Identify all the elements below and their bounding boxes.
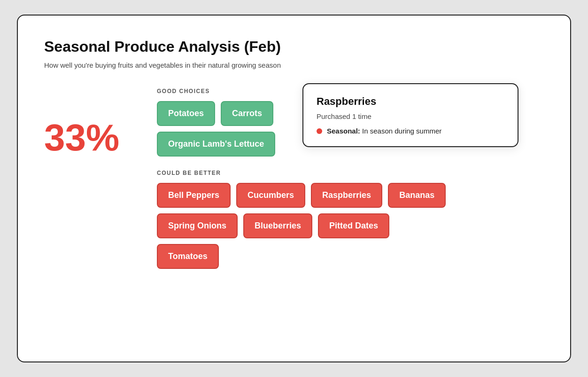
chip-bell-peppers[interactable]: Bell Peppers xyxy=(157,183,231,208)
could-be-better-label: COULD BE BETTER xyxy=(157,170,544,176)
tooltip-title: Raspberries xyxy=(317,95,504,108)
tooltip-dot-icon xyxy=(317,128,322,134)
tooltip-seasonal: Seasonal: In season during summer xyxy=(317,127,504,135)
chip-lambs-lettuce[interactable]: Organic Lamb's Lettuce xyxy=(157,132,275,157)
tooltip-popup: Raspberries Purchased 1 time Seasonal: I… xyxy=(302,83,518,147)
chip-cucumbers[interactable]: Cucumbers xyxy=(236,183,305,208)
chip-raspberries[interactable]: Raspberries xyxy=(311,183,382,208)
main-card: Seasonal Produce Analysis (Feb) How well… xyxy=(17,15,571,362)
could-be-better-row3: Tomatoes xyxy=(157,244,544,269)
subtitle: How well you're buying fruits and vegeta… xyxy=(44,61,544,69)
could-be-better-row1: Bell Peppers Cucumbers Raspberries Banan… xyxy=(157,183,544,208)
main-content: 33% GOOD CHOICES Potatoes Carrots Organi… xyxy=(44,88,544,275)
produce-section: GOOD CHOICES Potatoes Carrots Organic La… xyxy=(157,88,544,275)
tooltip-purchased: Purchased 1 time xyxy=(317,112,504,120)
page-title: Seasonal Produce Analysis (Feb) xyxy=(44,38,544,55)
tooltip-seasonal-label: Seasonal: xyxy=(327,127,362,135)
chip-spring-onions[interactable]: Spring Onions xyxy=(157,213,238,238)
tooltip-seasonal-value: In season during summer xyxy=(362,127,441,135)
chip-potatoes[interactable]: Potatoes xyxy=(157,101,215,126)
chip-bananas[interactable]: Bananas xyxy=(388,183,446,208)
chip-pitted-dates[interactable]: Pitted Dates xyxy=(318,213,389,238)
could-be-better-row2: Spring Onions Blueberries Pitted Dates xyxy=(157,213,544,238)
tooltip-seasonal-text: Seasonal: In season during summer xyxy=(327,127,441,135)
percentage-display: 33% xyxy=(44,116,138,159)
chip-blueberries[interactable]: Blueberries xyxy=(243,213,312,238)
chip-carrots[interactable]: Carrots xyxy=(221,101,273,126)
chip-tomatoes[interactable]: Tomatoes xyxy=(157,244,219,269)
